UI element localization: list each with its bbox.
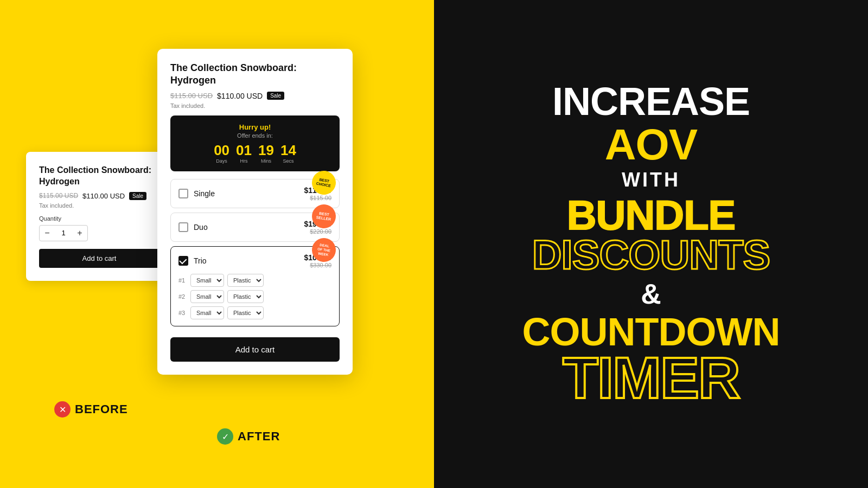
countdown-secs-label: Secs (283, 158, 293, 164)
variant-num-2: #2 (178, 293, 187, 300)
countdown-box: Hurry up! Offer ends in: 00 Days 01 Hrs … (170, 115, 340, 171)
after-sale-price: $110.00 USD (217, 92, 263, 100)
countdown-digits: 00 Days 01 Hrs 19 Mins 14 Secs (179, 143, 331, 164)
right-increase-text: INCREASE (552, 80, 750, 123)
countdown-hrs-label: Hrs (240, 158, 248, 164)
before-sale-badge: Sale (129, 192, 146, 200)
before-qty-label: Quantity (39, 215, 159, 222)
variant-3-material-select[interactable]: Plastic (227, 306, 264, 319)
before-tax-text: Tax included. (39, 202, 159, 209)
green-check-icon: ✓ (217, 428, 233, 445)
variant-1-size-select[interactable]: Small (190, 274, 224, 287)
before-qty-minus[interactable]: − (40, 226, 55, 241)
after-add-to-cart-button[interactable]: Add to cart (170, 337, 340, 362)
bundle-single-name: Single (194, 189, 298, 198)
countdown-mins-label: Mins (261, 158, 271, 164)
right-ampersand: & (641, 278, 661, 310)
bundle-duo-header: Duo $198.00 $220.00 (178, 220, 331, 235)
bundle-duo-name: Duo (194, 223, 298, 232)
countdown-days: 00 Days (214, 143, 229, 164)
countdown-mins: 19 Mins (258, 143, 274, 164)
countdown-secs-value: 14 (280, 143, 296, 157)
variant-num-1: #1 (178, 277, 187, 284)
variant-3-size-select[interactable]: Small (190, 306, 224, 319)
right-bundle-text: BUNDLE (532, 196, 770, 235)
countdown-mins-value: 19 (258, 143, 274, 157)
variant-1-material-select[interactable]: Plastic (227, 274, 264, 287)
right-panel: INCREASE AOV WITH BUNDLE DISCOUNTS & COU… (434, 0, 868, 488)
bundle-duo-checkbox[interactable] (178, 222, 188, 232)
before-qty-control: − 1 + (39, 225, 88, 241)
countdown-secs: 14 Secs (280, 143, 296, 164)
after-card: The Collection Snowboard: Hydrogen $115.… (157, 49, 353, 375)
right-with-text: WITH (622, 169, 680, 191)
after-label-container: ✓ AFTER (217, 428, 280, 445)
variant-row-1: #1 Small Plastic (178, 274, 331, 287)
before-label-text: BEFORE (75, 402, 128, 416)
after-label-text: AFTER (238, 429, 280, 444)
bundle-option-single[interactable]: BESTCHOICE Single $110.00 $115.00 (170, 179, 340, 208)
left-panel: The Collection Snowboard: Hydrogen $115.… (0, 0, 434, 488)
after-original-price: $115.00 USD (170, 92, 213, 100)
right-aov-text: AOV (605, 120, 697, 169)
bundle-trio-name: Trio (194, 256, 298, 265)
bundle-duo-original-price: $220.00 (304, 228, 331, 235)
bundle-option-duo[interactable]: BESTSELLER Duo $198.00 $220.00 (170, 213, 340, 242)
countdown-hrs-value: 01 (236, 143, 252, 157)
variant-2-size-select[interactable]: Small (190, 290, 224, 303)
bundle-single-header: Single $110.00 $115.00 (178, 186, 331, 201)
variant-num-3: #3 (178, 310, 187, 316)
after-product-title: The Collection Snowboard: Hydrogen (170, 62, 340, 87)
countdown-hrs: 01 Hrs (236, 143, 252, 164)
after-tax-text: Tax included. (170, 102, 340, 109)
before-original-price: $115.00 USD (39, 192, 78, 200)
bundle-trio-original-price: $330.00 (304, 262, 331, 268)
before-product-title: The Collection Snowboard: Hydrogen (39, 165, 159, 188)
variant-2-material-select[interactable]: Plastic (227, 290, 264, 303)
before-qty-value: 1 (55, 229, 72, 237)
countdown-days-value: 00 (214, 143, 229, 157)
bundle-trio-header: Trio $100.00 $330.00 (178, 253, 331, 268)
bundle-option-trio[interactable]: DEALOF THEWEEK Trio $100.00 $330.00 #1 S… (170, 246, 340, 326)
before-label-container: ✕ BEFORE (54, 401, 128, 418)
offer-ends-text: Offer ends in: (179, 132, 331, 139)
right-timer-text: TIMER (522, 350, 780, 406)
variant-selectors: #1 Small Plastic #2 Small Plastic (178, 274, 331, 319)
before-add-to-cart-button[interactable]: Add to cart (39, 249, 159, 268)
before-qty-plus[interactable]: + (72, 226, 87, 241)
variant-row-3: #3 Small Plastic (178, 306, 331, 319)
hurry-text: Hurry up! (179, 123, 331, 131)
bundle-single-checkbox[interactable] (178, 189, 188, 198)
bundle-single-original-price: $115.00 (304, 195, 331, 201)
before-sale-price: $110.00 USD (82, 192, 125, 200)
before-card: The Collection Snowboard: Hydrogen $115.… (26, 152, 173, 281)
countdown-days-label: Days (216, 158, 227, 164)
right-discounts-text: DISCOUNTS (532, 235, 770, 274)
red-x-icon: ✕ (54, 401, 71, 418)
after-sale-badge: Sale (267, 92, 284, 100)
bundle-trio-checkbox[interactable] (178, 256, 188, 266)
variant-row-2: #2 Small Plastic (178, 290, 331, 303)
